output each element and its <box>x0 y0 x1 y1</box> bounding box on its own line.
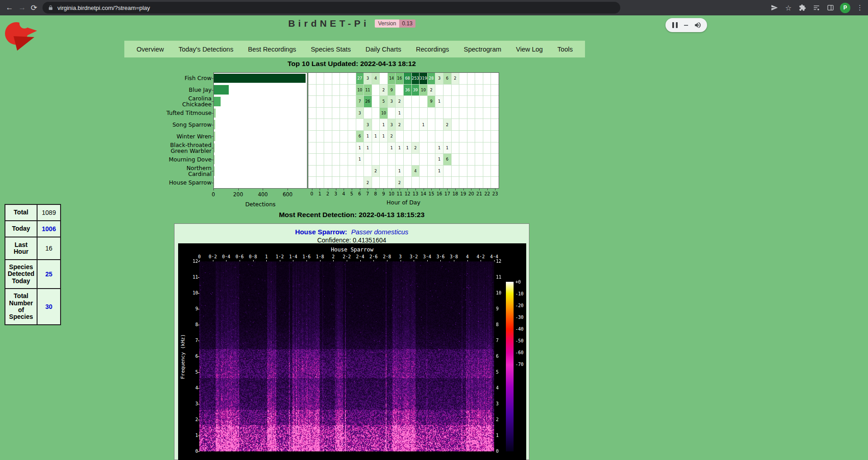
stat-value[interactable]: 1006 <box>37 221 61 237</box>
x-axis-tick <box>263 189 263 190</box>
hour-axis-tick <box>312 189 312 190</box>
spectrogram-freq-tick <box>198 372 199 373</box>
heatmap-cell <box>404 154 411 165</box>
heatmap-cell <box>459 85 467 96</box>
heatmap-cell: 1 <box>356 142 364 154</box>
reading-list-icon[interactable] <box>812 3 821 12</box>
hour-axis-tick <box>376 189 376 190</box>
nav-item-daily-charts[interactable]: Daily Charts <box>366 46 401 53</box>
address-bar[interactable]: virginia.birdnetpi.com/?stream=play <box>42 2 620 14</box>
detection-bar <box>214 97 221 106</box>
spectrogram-freq-label-left: 9 <box>187 306 198 311</box>
heatmap-cell <box>475 166 483 177</box>
nav-item-view-log[interactable]: View Log <box>516 46 542 53</box>
top10-heading: Top 10 Last Updated: 2022-04-13 18:12 <box>0 60 703 68</box>
detection-bar <box>214 155 215 165</box>
x-axis-tick <box>288 189 288 190</box>
heatmap-cell <box>404 96 411 107</box>
detection-species[interactable]: House Sparrow: <box>295 228 347 236</box>
y-axis-tick <box>212 160 213 160</box>
heatmap-cell <box>332 73 340 84</box>
lock-icon <box>48 5 53 10</box>
heatmap-cell <box>420 131 427 142</box>
hour-tick-label: 20 <box>467 191 476 196</box>
hour-tick-label: 7 <box>363 191 372 196</box>
detection-bar <box>214 109 216 118</box>
bookmark-star-icon[interactable]: ☆ <box>784 3 793 12</box>
spectrogram-time-tick <box>199 260 200 261</box>
bar-category-label: Fish Crow <box>166 72 212 84</box>
heatmap-cell: 2 <box>372 166 380 177</box>
stats-row: Today1006 <box>5 221 61 237</box>
heatmap-cell <box>420 96 427 107</box>
spectrogram-time-label: 3·2 <box>410 254 418 259</box>
nav-item-overview[interactable]: Overview <box>137 46 164 53</box>
heatmap-cell <box>467 154 475 165</box>
heatmap-cell <box>332 154 340 165</box>
heatmap-cell <box>316 166 324 177</box>
detection-bar <box>214 120 215 129</box>
spectrogram-db-label: +0 <box>515 280 532 285</box>
hour-axis-tick <box>392 189 392 190</box>
stat-value[interactable]: 25 <box>37 260 61 289</box>
heatmap-cell <box>435 119 443 130</box>
side-panel-icon[interactable] <box>826 3 835 12</box>
heatmap-cell <box>356 166 364 177</box>
forward-button[interactable]: → <box>16 2 28 14</box>
heatmap-cell <box>316 142 324 154</box>
heatmap-cell <box>459 96 467 107</box>
heatmap-cell <box>443 177 451 188</box>
back-button[interactable]: ← <box>4 2 15 14</box>
heatmap-cell: 16 <box>396 73 403 84</box>
heatmap-cell <box>396 85 403 96</box>
bar-category-label: Blue Jay <box>166 84 212 96</box>
send-icon[interactable] <box>770 3 779 12</box>
nav-item-spectrogram[interactable]: Spectrogram <box>464 46 501 53</box>
heatmap-cell <box>435 177 443 188</box>
heatmap-cell <box>308 85 316 96</box>
spectrogram-time-label: 0 <box>198 254 201 259</box>
heatmap-cell: 1 <box>396 166 403 177</box>
stat-value[interactable]: 30 <box>37 289 61 325</box>
heatmap-cell <box>491 131 499 142</box>
reload-button[interactable]: ⟳ <box>28 2 40 14</box>
heatmap-cell: 2 <box>443 119 451 130</box>
bar-category-label: Carolina Chickadee <box>166 95 212 107</box>
spectrogram-db-label: -70 <box>515 362 532 367</box>
stats-row: Species Detected Today25 <box>5 260 61 289</box>
heatmap-cell: 7 <box>356 96 364 107</box>
hour-axis-tick <box>328 189 328 190</box>
extensions-puzzle-icon[interactable] <box>798 3 807 12</box>
heatmap-cell <box>443 108 451 119</box>
nav-item-today-s-detections[interactable]: Today's Detections <box>179 46 233 53</box>
nav-item-recordings[interactable]: Recordings <box>416 46 449 53</box>
nav-item-species-stats[interactable]: Species Stats <box>311 46 351 53</box>
profile-avatar[interactable]: P <box>840 3 850 13</box>
nav-item-best-recordings[interactable]: Best Recordings <box>248 46 296 53</box>
spectrogram-freq-label-left: 7 <box>187 338 198 343</box>
heatmap-cell <box>372 85 380 96</box>
screen: ← → ⟳ virginia.birdnetpi.com/?stream=pla… <box>0 0 868 460</box>
spectrogram-freq-label-right: 8 <box>496 322 508 327</box>
heatmap-cell: 10 <box>380 108 387 119</box>
menu-kebab-icon[interactable]: ⋮ <box>855 3 864 12</box>
heatmap-cell <box>483 131 491 142</box>
heatmap-cell: 2 <box>428 85 435 96</box>
spectrogram-db-label: -40 <box>515 327 532 332</box>
heatmap-cell <box>396 131 403 142</box>
spectrogram-time-label: 1·6 <box>302 254 311 259</box>
heatmap-cell <box>475 177 483 188</box>
nav-item-tools[interactable]: Tools <box>557 46 573 53</box>
bar-category-label: Northern Cardinal <box>166 166 212 177</box>
heatmap-cell: 1 <box>435 96 443 107</box>
heatmap-cell <box>308 73 316 84</box>
heatmap-cell: 26 <box>364 96 372 107</box>
spectrogram-time-label: 3·8 <box>450 254 458 259</box>
heatmap-cell <box>324 177 332 188</box>
x-axis-tick-label: 0 <box>204 191 222 198</box>
heatmap-cell <box>388 177 396 188</box>
detection-bar <box>214 85 229 95</box>
heatmap-cell <box>340 96 348 107</box>
spectrogram-freq-label-left: 2 <box>187 417 198 422</box>
heatmap-cell <box>459 142 467 154</box>
